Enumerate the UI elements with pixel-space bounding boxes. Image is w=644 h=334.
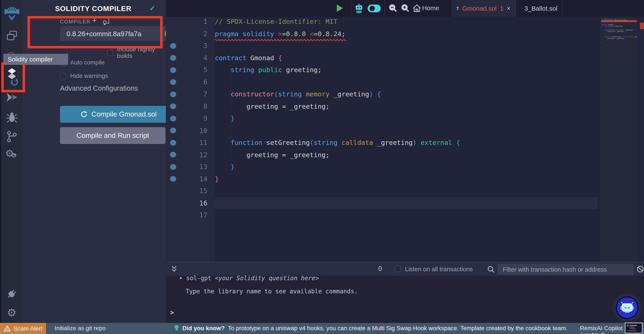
code-line[interactable]: 16 (166, 197, 598, 209)
ai-robot-icon[interactable] (354, 3, 364, 15)
code-line[interactable]: 1// SPDX-License-Identifier: MIT (166, 15, 598, 28)
tab-gmonad-label: Gmonad.sol (462, 5, 497, 12)
editor-region: Home Gmonad.sol 1 × 3_Ballot.sol (166, 0, 644, 262)
line-number: 9 (166, 112, 208, 124)
terminal-search-icon[interactable] (487, 266, 495, 275)
tip-body: To prototype on a uniswap v4 hooks, you … (228, 325, 568, 331)
compiled-check-icon: ✓ (150, 4, 155, 12)
debugger-icon[interactable] (0, 112, 24, 123)
home-icon[interactable] (412, 3, 421, 14)
pip-thumbnail[interactable] (624, 323, 643, 334)
code-line[interactable]: 8 greeting = _greeting; (166, 100, 598, 112)
settings-icon[interactable]: ⚙ (0, 307, 24, 319)
code-line[interactable]: 9 } (166, 112, 598, 124)
hide-warnings-label: Hide warnings (70, 72, 108, 79)
minimap[interactable]: // SPDX-License-Identifier: MITpragma so… (600, 17, 637, 262)
code-line[interactable]: 10 (166, 124, 598, 137)
terminal-toolbar: 0 Listen on all transactions (166, 262, 644, 276)
editor-tab-bar: Home Gmonad.sol 1 × 3_Ballot.sol (166, 0, 644, 17)
code-line[interactable]: 13 } (166, 161, 598, 173)
refresh-icon (80, 111, 87, 118)
annotation-box-compiler-icon (1, 62, 25, 92)
code-line[interactable]: 11 function setGreeting(string calldata … (166, 137, 598, 149)
expand-terminal-icon[interactable] (171, 266, 178, 275)
file-explorer-icon[interactable] (0, 29, 24, 42)
terminal-prompt: > (170, 309, 174, 316)
warning-icon (4, 325, 11, 332)
terminal-output[interactable]: • sol-gpt <your Solidity question here> … (166, 276, 644, 323)
code-area[interactable]: 1// SPDX-License-Identifier: MIT2pragma … (166, 17, 644, 262)
tab-home[interactable]: Home (422, 4, 439, 12)
code-line[interactable]: 15 (166, 185, 598, 197)
code-line[interactable]: 6 (166, 76, 598, 88)
line-number: 11 (166, 137, 208, 149)
source-control-icon[interactable] (0, 130, 24, 143)
nightly-builds-checkbox[interactable] (107, 49, 113, 55)
listen-checkbox[interactable] (394, 266, 401, 272)
line-number: 13 (166, 161, 208, 173)
code-line[interactable]: 5 string public greeting; (166, 64, 598, 76)
lightbulb-icon (174, 325, 179, 332)
line-number: 8 (166, 100, 208, 112)
line-number: 15 (166, 185, 208, 197)
deploy-run-icon[interactable] (0, 92, 24, 102)
plugin-manager-icon[interactable]: ⚙ ⚙ ▶ (0, 149, 24, 162)
advanced-configurations[interactable]: Advanced Configurations (60, 84, 138, 93)
line-number: 3 (166, 40, 208, 52)
tab-gmonad[interactable]: Gmonad.sol 1 × (451, 0, 516, 17)
line-number: 12 (166, 149, 208, 161)
line-number: 10 (166, 124, 208, 137)
code-line[interactable]: 4contract Gmonad { (166, 52, 598, 64)
zoom-out-icon[interactable] (388, 3, 398, 14)
zoom-in-icon[interactable] (401, 3, 410, 14)
scrollbar[interactable] (637, 17, 644, 262)
line-number: 7 (166, 88, 208, 100)
scam-alert-badge[interactable]: Scam Alert (0, 323, 46, 334)
code-lines: 1// SPDX-License-Identifier: MIT2pragma … (166, 15, 598, 221)
copilot-toggle-icon[interactable] (367, 4, 381, 14)
did-you-know-tip: Did you know? To prototype on a uniswap … (174, 325, 568, 332)
code-line[interactable]: 17 (166, 209, 598, 222)
panel-title: SOLIDITY COMPILER (55, 4, 132, 13)
code-line[interactable]: 2pragma solidity >=0.8.0 <=0.8.24; (166, 28, 598, 40)
transaction-filter-input[interactable] (498, 264, 634, 275)
line-number: 6 (166, 76, 208, 88)
solidity-compiler-panel: SOLIDITY COMPILER ✓ COMPILER + 0.8.26+co… (24, 0, 166, 323)
line-number: 4 (166, 52, 208, 64)
tab-ballot-label: 3_Ballot.sol (524, 5, 558, 12)
hide-warnings-checkbox[interactable] (60, 73, 66, 79)
solidity-file-icon (521, 5, 521, 11)
line-number: 2 (166, 28, 208, 40)
code-line[interactable]: 14} (166, 173, 598, 185)
clear-console-icon[interactable] (636, 266, 644, 275)
compile-button[interactable]: Compile Gmonad.sol (60, 106, 177, 123)
tab-ballot[interactable]: 3_Ballot.sol (516, 0, 563, 17)
tab-close-icon[interactable]: × (507, 5, 510, 12)
line-number: 14 (166, 173, 208, 185)
remix-ide-screen: ⚙ ⚙ ▶ ⚙ SOLIDITY COMPILER ✓ (0, 0, 644, 334)
activity-bar: ⚙ ⚙ ▶ ⚙ (0, 0, 24, 334)
transaction-count: 0 (378, 265, 382, 273)
error-squiggle (215, 38, 346, 41)
tip-title: Did you know? (182, 325, 225, 331)
line-number: 16 (166, 197, 208, 209)
remix-logo[interactable] (0, 5, 24, 21)
status-bar: Scam Alert Initialize as git repo Did yo… (0, 323, 644, 334)
init-git-repo[interactable]: Initialize as git repo (54, 325, 106, 332)
terminal-line: • sol-gpt <your Solidity question here> (179, 275, 319, 282)
solidity-compiler-tooltip: Solidity compiler (3, 54, 68, 65)
compile-and-run-button[interactable]: Compile and Run script (60, 127, 166, 144)
remixai-assistant-button[interactable] (616, 296, 639, 319)
line-number: 5 (166, 64, 208, 76)
listen-row: Listen on all transactions (394, 266, 473, 273)
code-line[interactable]: 7 constructor(string memory _greeting) { (166, 88, 598, 100)
run-script-play-button[interactable] (337, 4, 343, 12)
annotation-box-compiler-section (28, 16, 162, 48)
hide-warnings-row: Hide warnings (60, 72, 108, 79)
plug-icon[interactable] (0, 288, 24, 300)
error-ruler-marker[interactable] (640, 22, 644, 29)
code-line[interactable]: 12 greeting = _greeting; (166, 149, 598, 161)
listen-label: Listen on all transactions (405, 266, 473, 273)
minimap-code: // SPDX-License-Identifier: MITpragma so… (600, 17, 637, 48)
code-line[interactable]: 3 (166, 40, 598, 52)
